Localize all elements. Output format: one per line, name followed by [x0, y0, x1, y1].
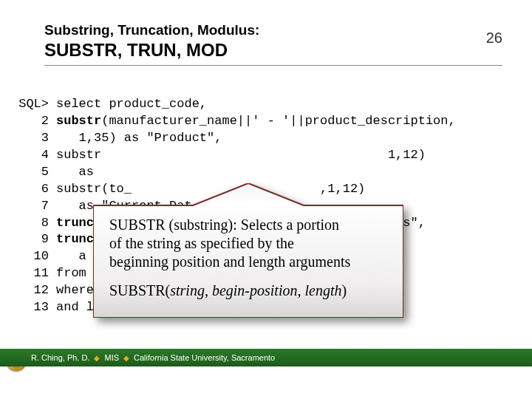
title-divider — [44, 65, 502, 66]
footer-dot-icon: ◆ — [123, 354, 129, 362]
footer-dept: MIS — [104, 353, 119, 362]
footer-bar: R. Ching, Ph. D. ◆ MIS ◆ California Stat… — [0, 349, 532, 366]
page-number: 26 — [486, 30, 502, 47]
footer-author: R. Ching, Ph. D. — [31, 353, 89, 362]
title-block: Substring, Truncation, Modulus: SUBSTR, … — [44, 22, 502, 61]
footer-dot-icon: ◆ — [94, 354, 100, 362]
title-large: SUBSTR, TRUN, MOD — [44, 40, 502, 61]
footer-org: California State University, Sacramento — [134, 353, 275, 362]
code-block: SQL>select product_code, 2substr(manufac… — [15, 79, 502, 333]
title-small: Substring, Truncation, Modulus: — [44, 22, 502, 38]
